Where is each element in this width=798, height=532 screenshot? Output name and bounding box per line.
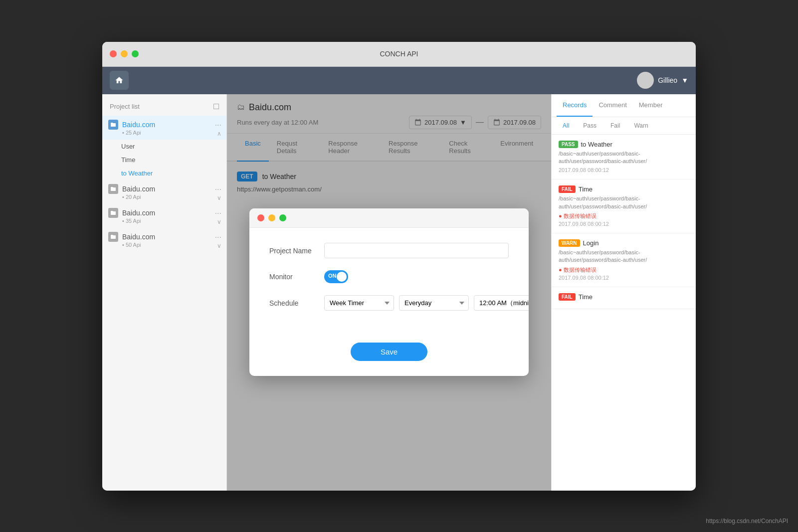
project-count-3: • 35 Api bbox=[122, 218, 220, 224]
project-more-1[interactable]: ··· bbox=[215, 121, 221, 130]
monitor-label: Monitor bbox=[269, 273, 324, 281]
api-item-user[interactable]: User bbox=[116, 140, 226, 153]
api-list-1: User Time to Weather bbox=[102, 140, 226, 180]
project-name-3: Baidu.com bbox=[122, 209, 155, 217]
record-path-3: /basic~auth/user/password/basic-auth/use… bbox=[559, 249, 689, 264]
record-item-1[interactable]: PASS to Weather /basic~auth/user/passwor… bbox=[552, 135, 696, 180]
project-name-4: Baidu.com bbox=[122, 233, 155, 241]
record-item-4[interactable]: FAIL Time bbox=[552, 287, 696, 309]
project-name-1: Baidu.com bbox=[122, 121, 155, 129]
tab-member[interactable]: Member bbox=[633, 94, 669, 117]
record-path-2: /basic~auth/user/password/basic-auth/use… bbox=[559, 195, 689, 210]
api-item-time[interactable]: Time bbox=[116, 153, 226, 167]
project-count-2: • 20 Api bbox=[122, 194, 220, 200]
record-time-2: 2017.09.08 08:00:12 bbox=[559, 221, 689, 227]
toggle-label: ON bbox=[328, 273, 337, 279]
user-name: Gillieo bbox=[658, 76, 677, 84]
modal-minimize-button[interactable] bbox=[268, 214, 275, 221]
form-group-name: Project Name bbox=[269, 243, 509, 258]
record-path-1: /basic~auth/user/password/basic-auth/use… bbox=[559, 150, 689, 166]
user-menu[interactable]: Gillieo ▼ bbox=[637, 72, 688, 89]
api-item-weather[interactable]: to Weather bbox=[116, 167, 226, 180]
record-time-3: 2017.09.08 08:00:12 bbox=[559, 275, 689, 281]
monitor-toggle-container: ON bbox=[324, 270, 348, 283]
modal-traffic-lights bbox=[257, 214, 286, 221]
week-timer-select[interactable]: Week Timer bbox=[324, 295, 394, 311]
modal-maximize-button[interactable] bbox=[279, 214, 286, 221]
status-badge-4: FAIL bbox=[559, 293, 576, 301]
everyday-select[interactable]: Everyday bbox=[399, 295, 469, 311]
filter-tabs: All Pass Fail Warn bbox=[552, 117, 696, 135]
project-expand-1[interactable]: ∧ bbox=[217, 130, 221, 137]
close-button[interactable] bbox=[110, 50, 117, 57]
record-item-2[interactable]: FAIL Time /basic~auth/user/password/basi… bbox=[552, 179, 696, 233]
project-item-4[interactable]: Baidu.com • 50 Api ··· ∨ bbox=[102, 228, 226, 252]
toggle-knob bbox=[337, 272, 347, 282]
project-name-input[interactable] bbox=[324, 243, 509, 258]
project-expand-4[interactable]: ∨ bbox=[217, 242, 221, 249]
record-error-2: 数据传输错误 bbox=[559, 212, 689, 220]
project-count-4: • 50 Api bbox=[122, 242, 220, 248]
modal-overlay[interactable]: Project Name Monitor ON bbox=[227, 94, 551, 491]
records-tabs: Records Comment Member bbox=[552, 94, 696, 117]
record-item-3[interactable]: WARN Login /basic~auth/user/password/bas… bbox=[552, 233, 696, 287]
form-group-schedule: Schedule Week Timer Everyday 12:00 AM（mi… bbox=[269, 295, 509, 311]
monitor-toggle[interactable]: ON bbox=[324, 270, 348, 283]
project-name-label: Project Name bbox=[269, 247, 324, 255]
records-panel: Records Comment Member All Pass Fail War… bbox=[551, 94, 696, 491]
filter-all[interactable]: All bbox=[557, 120, 575, 131]
sidebar-header: Project list □ bbox=[102, 94, 226, 116]
footer-link: https://blog.csdn.net/ConchAPI bbox=[706, 518, 788, 525]
add-project-button[interactable]: □ bbox=[213, 101, 219, 112]
records-list: PASS to Weather /basic~auth/user/passwor… bbox=[552, 135, 696, 491]
project-more-3[interactable]: ··· bbox=[215, 209, 221, 218]
record-error-3: 数据传输错误 bbox=[559, 266, 689, 274]
save-button[interactable]: Save bbox=[351, 343, 427, 361]
project-more-4[interactable]: ··· bbox=[215, 233, 221, 242]
project-expand-2[interactable]: ∨ bbox=[217, 194, 221, 201]
record-name-1: to Weather bbox=[581, 141, 612, 148]
project-item-1[interactable]: Baidu.com • 25 Api ··· ∧ bbox=[102, 116, 226, 140]
record-name-2: Time bbox=[579, 185, 593, 193]
status-badge-3: WARN bbox=[559, 239, 580, 247]
filter-warn[interactable]: Warn bbox=[628, 120, 654, 131]
modal-close-button[interactable] bbox=[257, 214, 264, 221]
sidebar: Project list □ Baidu.com • 25 Api ··· ∧ … bbox=[102, 94, 227, 491]
window-title: CONCH API bbox=[380, 50, 418, 58]
record-time-1: 2017.09.08 08:00:12 bbox=[559, 167, 689, 173]
main-layout: Project list □ Baidu.com • 25 Api ··· ∧ … bbox=[102, 94, 696, 491]
modal-dialog: Project Name Monitor ON bbox=[249, 208, 529, 376]
toolbar: Gillieo ▼ bbox=[102, 67, 696, 94]
home-button[interactable] bbox=[110, 71, 129, 90]
content-area: 🗂 Baidu.com Runs every day at 12:00 AM 2… bbox=[227, 94, 551, 491]
project-icon-1 bbox=[108, 120, 118, 130]
status-badge-2: FAIL bbox=[559, 185, 576, 193]
modal-footer: Save bbox=[249, 338, 529, 376]
dropdown-icon: ▼ bbox=[681, 76, 688, 84]
project-item-2[interactable]: Baidu.com • 20 Api ··· ∨ bbox=[102, 180, 226, 204]
project-count-1: • 25 Api bbox=[122, 130, 220, 136]
schedule-label: Schedule bbox=[269, 299, 324, 307]
traffic-lights bbox=[110, 50, 139, 57]
modal-body: Project Name Monitor ON bbox=[249, 228, 529, 338]
status-badge-1: PASS bbox=[559, 141, 578, 148]
filter-pass[interactable]: Pass bbox=[577, 120, 602, 131]
project-more-2[interactable]: ··· bbox=[215, 185, 221, 194]
record-name-4: Time bbox=[579, 293, 593, 301]
project-item-3[interactable]: Baidu.com • 35 Api ··· ∨ bbox=[102, 204, 226, 228]
project-expand-3[interactable]: ∨ bbox=[217, 218, 221, 225]
project-name-2: Baidu.com bbox=[122, 185, 155, 193]
title-bar: CONCH API bbox=[102, 42, 696, 67]
maximize-button[interactable] bbox=[132, 50, 139, 57]
tab-comment[interactable]: Comment bbox=[593, 94, 632, 117]
tab-records[interactable]: Records bbox=[557, 94, 593, 117]
schedule-selects: Week Timer Everyday 12:00 AM（midnight） bbox=[324, 295, 529, 311]
time-select[interactable]: 12:00 AM（midnight） bbox=[474, 295, 529, 311]
record-name-3: Login bbox=[583, 239, 599, 247]
project-icon-4 bbox=[108, 232, 118, 242]
sidebar-title: Project list bbox=[110, 103, 140, 110]
form-group-monitor: Monitor ON bbox=[269, 270, 509, 283]
home-icon bbox=[115, 76, 124, 85]
filter-fail[interactable]: Fail bbox=[604, 120, 626, 131]
minimize-button[interactable] bbox=[121, 50, 128, 57]
